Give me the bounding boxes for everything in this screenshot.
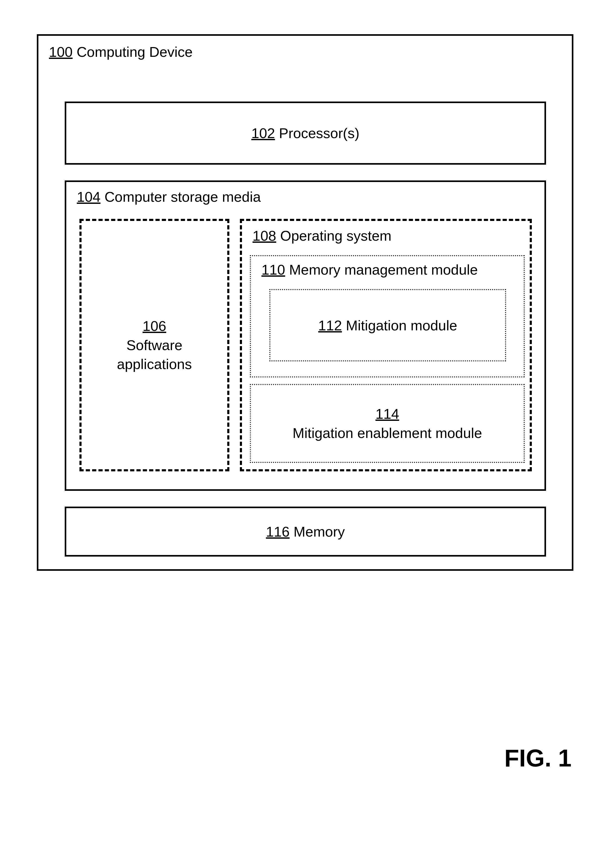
memory-management-module-box: 110 Memory management module 112 Mitigat… <box>250 255 525 377</box>
operating-system-label: 108 Operating system <box>253 228 391 244</box>
label-text: Computing Device <box>76 44 192 60</box>
computing-device-label: 100 Computing Device <box>49 43 192 60</box>
ref-number: 100 <box>49 44 73 60</box>
figure-caption: FIG. 1 <box>504 744 572 772</box>
ref-number: 102 <box>251 125 275 141</box>
label-text: Processor(s) <box>279 125 360 141</box>
label-text: Memory <box>293 524 345 540</box>
label-text: Computer storage media <box>104 189 261 205</box>
storage-media-box: 104 Computer storage media 106 Software … <box>65 180 546 491</box>
memory-box: 116 Memory <box>65 507 546 556</box>
label-text: Memory management module <box>289 262 478 277</box>
storage-media-label: 104 Computer storage media <box>77 189 261 205</box>
ref-number: 104 <box>77 189 101 205</box>
label-text: Mitigation enablement module <box>293 425 482 441</box>
diagram-page: 100 Computing Device 102 Processor(s) 10… <box>0 0 611 868</box>
processor-box: 102 Processor(s) <box>65 102 546 165</box>
ref-number: 110 <box>261 262 285 277</box>
label-text: applications <box>117 356 192 372</box>
label-text: Operating system <box>280 228 391 243</box>
mitigation-enablement-module-box: 114 Mitigation enablement module <box>250 384 525 463</box>
operating-system-box: 108 Operating system 110 Memory manageme… <box>240 219 532 471</box>
label-text: Software <box>126 337 182 353</box>
ref-number: 112 <box>318 317 342 333</box>
software-applications-box: 106 Software applications <box>79 219 230 471</box>
ref-number: 114 <box>375 406 399 422</box>
ref-number: 108 <box>253 228 276 243</box>
label-text: Mitigation module <box>346 317 457 333</box>
ref-number: 116 <box>266 524 290 540</box>
mitigation-module-box: 112 Mitigation module <box>269 289 506 361</box>
ref-number: 106 <box>143 318 166 334</box>
memory-management-module-label: 110 Memory management module <box>261 262 478 278</box>
computing-device-box: 100 Computing Device 102 Processor(s) 10… <box>37 34 574 571</box>
